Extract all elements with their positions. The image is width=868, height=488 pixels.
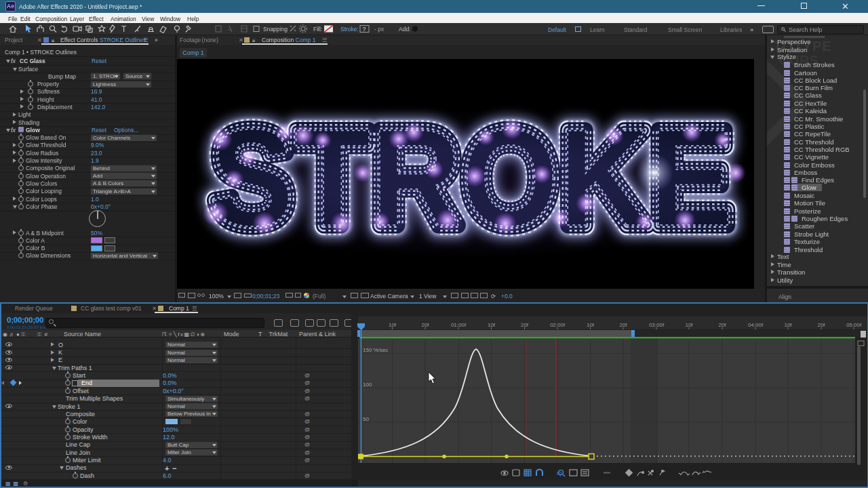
svg-text:02:00f: 02:00f xyxy=(550,322,566,328)
svg-text:Snapping: Snapping xyxy=(263,26,288,33)
svg-text:Fill:: Fill: xyxy=(313,26,322,33)
svg-text:20f: 20f xyxy=(718,322,726,328)
svg-text:?: ? xyxy=(363,26,366,33)
svg-text:IQ: IQ xyxy=(557,471,562,476)
svg-text:50: 50 xyxy=(363,416,369,422)
svg-text:03:00f: 03:00f xyxy=(649,322,665,328)
svg-text:20f: 20f xyxy=(619,322,627,328)
svg-text:10f: 10f xyxy=(389,322,397,328)
svg-text:10f: 10f xyxy=(587,322,595,328)
svg-text:Stroke:: Stroke: xyxy=(340,26,359,33)
svg-text:10f: 10f xyxy=(685,322,693,328)
svg-text:20f: 20f xyxy=(817,322,825,328)
svg-text:01:00f: 01:00f xyxy=(451,322,467,328)
svg-text:20f: 20f xyxy=(421,322,429,328)
svg-text:04:00f: 04:00f xyxy=(748,322,764,328)
svg-text:20f: 20f xyxy=(521,322,529,328)
svg-text:10f: 10f xyxy=(488,322,496,328)
svg-text:Add:: Add: xyxy=(399,26,411,33)
svg-text:- px: - px xyxy=(374,26,384,33)
svg-text:10f: 10f xyxy=(784,322,792,328)
svg-text:100: 100 xyxy=(363,382,372,388)
svg-text:T: T xyxy=(121,24,127,34)
svg-text:150 %/sec: 150 %/sec xyxy=(363,347,388,353)
svg-text:05:00f: 05:00f xyxy=(846,322,862,328)
